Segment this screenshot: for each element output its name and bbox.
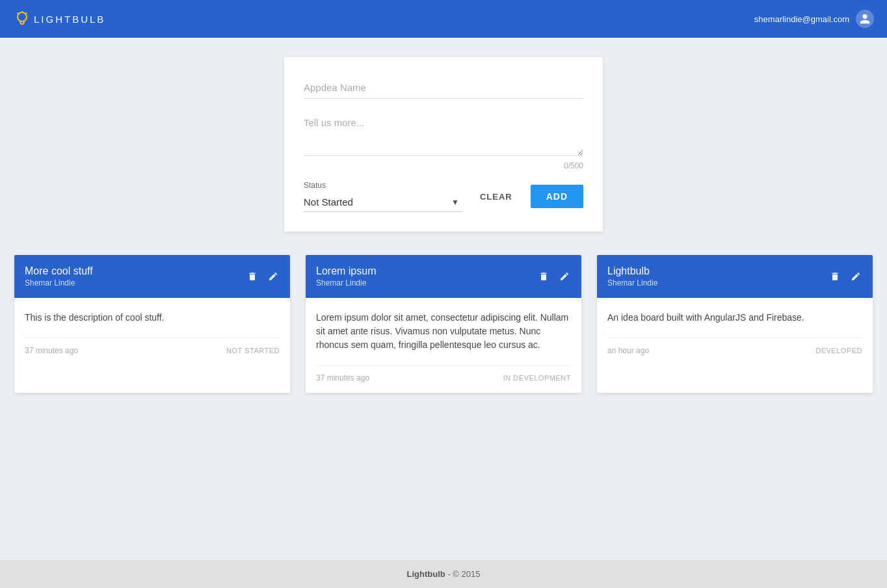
card-title-group: Lorem ipsum Shemar Lindie	[316, 265, 537, 287]
idea-card: Lightbulb Shemar Lindie An idea board bu…	[597, 255, 873, 393]
char-count: 0/500	[304, 161, 583, 170]
card-author: Shemar Lindie	[607, 278, 828, 287]
card-meta: 37 minutes ago NOT STARTED	[25, 338, 280, 355]
card-body: This is the description of cool stuff. 3…	[14, 298, 290, 366]
card-title-group: Lightbulb Shemar Lindie	[607, 265, 828, 287]
idea-card: Lorem ipsum Shemar Lindie Lorem ipsum do…	[306, 255, 581, 393]
card-header: More cool stuff Shemar Lindie	[14, 255, 290, 298]
header-user-section: shemarlindie@gmail.com	[754, 10, 874, 28]
card-header: Lorem ipsum Shemar Lindie	[306, 255, 581, 298]
status-field: Status Not Started In Development Develo…	[304, 181, 462, 212]
svg-line-4	[26, 13, 27, 14]
card-status: NOT STARTED	[226, 347, 280, 354]
svg-point-0	[18, 12, 27, 21]
footer-brand: Lightbulb	[407, 569, 445, 579]
footer-copyright: - © 2015	[447, 569, 480, 579]
card-description: This is the description of cool stuff.	[25, 311, 280, 325]
status-select-wrapper: Not Started In Development Developed ▼	[304, 193, 462, 212]
description-wrapper	[304, 112, 583, 159]
edit-button[interactable]	[558, 270, 571, 283]
status-select[interactable]: Not Started In Development Developed	[304, 193, 462, 212]
card-actions	[537, 270, 571, 283]
idea-name-input[interactable]	[304, 77, 583, 99]
card-time: an hour ago	[607, 346, 649, 355]
card-title-group: More cool stuff Shemar Lindie	[25, 265, 246, 287]
status-label: Status	[304, 181, 462, 190]
card-header: Lightbulb Shemar Lindie	[597, 255, 873, 298]
card-body: An idea board built with AngularJS and F…	[597, 298, 873, 366]
logo-bulb-icon	[13, 10, 31, 28]
card-author: Shemar Lindie	[316, 278, 537, 287]
card-title: More cool stuff	[25, 265, 246, 277]
card-status: DEVELOPED	[815, 347, 862, 354]
user-avatar[interactable]	[856, 10, 874, 28]
card-description: An idea board built with AngularJS and F…	[607, 311, 862, 325]
card-title: Lorem ipsum	[316, 265, 537, 277]
app-footer: Lightbulb - © 2015	[0, 560, 887, 588]
user-email: shemarlindie@gmail.com	[754, 14, 849, 24]
card-time: 37 minutes ago	[25, 346, 78, 355]
card-meta: 37 minutes ago IN DEVELOPMENT	[316, 365, 571, 382]
card-time: 37 minutes ago	[316, 373, 369, 382]
app-header: LIGHTBULB shemarlindie@gmail.com	[0, 0, 887, 38]
logo: LIGHTBULB	[13, 10, 105, 28]
card-status: IN DEVELOPMENT	[503, 374, 571, 382]
card-meta: an hour ago DEVELOPED	[607, 338, 862, 355]
delete-button[interactable]	[828, 270, 841, 283]
idea-card: More cool stuff Shemar Lindie This is th…	[14, 255, 290, 393]
delete-button[interactable]	[246, 270, 259, 283]
main-content: 0/500 Status Not Started In Development …	[0, 38, 887, 560]
card-actions	[828, 270, 862, 283]
edit-button[interactable]	[267, 270, 280, 283]
clear-button[interactable]: CLEAR	[472, 187, 520, 207]
logo-label: LIGHTBULB	[34, 14, 105, 25]
add-button[interactable]: ADD	[531, 185, 583, 208]
card-actions	[246, 270, 280, 283]
ideas-grid: More cool stuff Shemar Lindie This is th…	[14, 255, 873, 393]
card-description: Lorem ipsum dolor sit amet, consectetur …	[316, 311, 571, 352]
idea-description-textarea[interactable]	[304, 112, 583, 156]
form-footer: Status Not Started In Development Develo…	[304, 181, 583, 212]
add-idea-form: 0/500 Status Not Started In Development …	[284, 57, 603, 232]
edit-button[interactable]	[849, 270, 862, 283]
card-author: Shemar Lindie	[25, 278, 246, 287]
card-title: Lightbulb	[607, 265, 828, 277]
card-body: Lorem ipsum dolor sit amet, consectetur …	[306, 298, 581, 393]
delete-button[interactable]	[537, 270, 550, 283]
svg-line-3	[18, 13, 19, 14]
